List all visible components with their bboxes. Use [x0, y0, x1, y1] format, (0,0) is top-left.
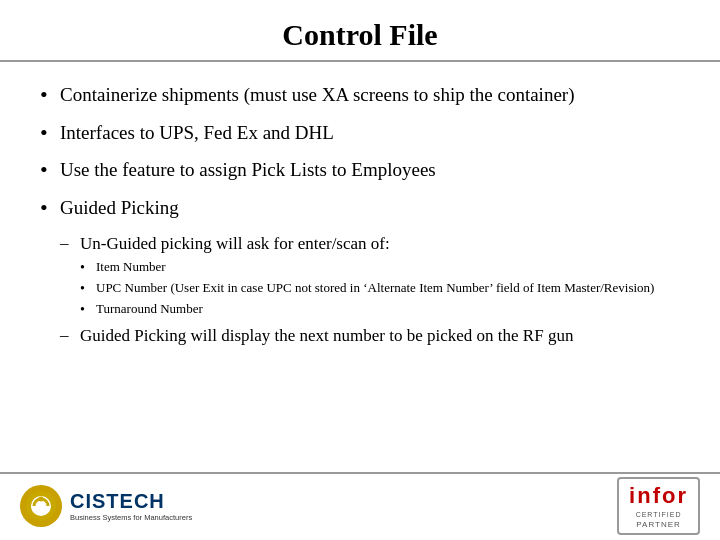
bullet-text-4: Guided Picking	[60, 195, 680, 221]
sub-text-2: UPC Number (User Exit in case UPC not st…	[96, 280, 680, 297]
dash-item-2: – Guided Picking will display the next n…	[60, 325, 680, 347]
main-bullet-item-2: • Interfaces to UPS, Fed Ex and DHL	[40, 120, 680, 148]
dash-symbol-1: –	[60, 233, 80, 253]
sub-dot-2: •	[80, 280, 96, 298]
sub-bullet-item-1: • Item Number	[80, 259, 680, 277]
slide-content: • Containerize shipments (must use XA sc…	[0, 72, 720, 472]
sub-dot-1: •	[80, 259, 96, 277]
sub-text-3: Turnaround Number	[96, 301, 680, 318]
dash-text-2: Guided Picking will display the next num…	[80, 325, 680, 347]
sub-section: – Un-Guided picking will ask for enter/s…	[60, 233, 680, 348]
title-divider	[0, 60, 720, 62]
sub-bullet-item-3: • Turnaround Number	[80, 301, 680, 319]
main-bullet-list: • Containerize shipments (must use XA sc…	[40, 82, 680, 223]
cistech-logo: CISTECH Business Systems for Manufacture…	[20, 485, 192, 527]
slide-footer: CISTECH Business Systems for Manufacture…	[0, 472, 720, 540]
bullet-text-3: Use the feature to assign Pick Lists to …	[60, 157, 680, 183]
main-bullet-item-3: • Use the feature to assign Pick Lists t…	[40, 157, 680, 185]
bullet-dot-1: •	[40, 80, 60, 110]
svg-point-2	[39, 497, 44, 502]
cistech-emblem	[20, 485, 62, 527]
dash-text-1: Un-Guided picking will ask for enter/sca…	[80, 233, 680, 255]
sub-text-1: Item Number	[96, 259, 680, 276]
dash-item-1: – Un-Guided picking will ask for enter/s…	[60, 233, 680, 255]
infor-partner-text: PARTNER	[636, 520, 681, 529]
cistech-tagline-text: Business Systems for Manufacturers	[70, 513, 192, 522]
main-bullet-item-4: • Guided Picking	[40, 195, 680, 223]
bullet-dot-3: •	[40, 155, 60, 185]
cistech-brand-text: CISTECH	[70, 490, 192, 513]
cistech-text-block: CISTECH Business Systems for Manufacture…	[70, 490, 192, 522]
main-bullet-item-1: • Containerize shipments (must use XA sc…	[40, 82, 680, 110]
bullet-dot-2: •	[40, 118, 60, 148]
bullet-text-2: Interfaces to UPS, Fed Ex and DHL	[60, 120, 680, 146]
infor-certified-text: CERTIFIED	[636, 511, 682, 518]
sub-dot-3: •	[80, 301, 96, 319]
slide-title: Control File	[0, 0, 720, 60]
slide-container: Control File • Containerize shipments (m…	[0, 0, 720, 540]
infor-brand-text: infor	[629, 483, 688, 509]
dash-symbol-2: –	[60, 325, 80, 345]
bullet-dot-4: •	[40, 193, 60, 223]
infor-badge: infor CERTIFIED PARTNER	[617, 477, 700, 535]
infor-logo: infor CERTIFIED PARTNER	[617, 477, 700, 535]
sub-bullet-item-2: • UPC Number (User Exit in case UPC not …	[80, 280, 680, 298]
cistech-logo-wrapper: CISTECH Business Systems for Manufacture…	[20, 485, 192, 527]
sub-bullet-list-1: • Item Number • UPC Number (User Exit in…	[80, 259, 680, 320]
bullet-text-1: Containerize shipments (must use XA scre…	[60, 82, 680, 108]
